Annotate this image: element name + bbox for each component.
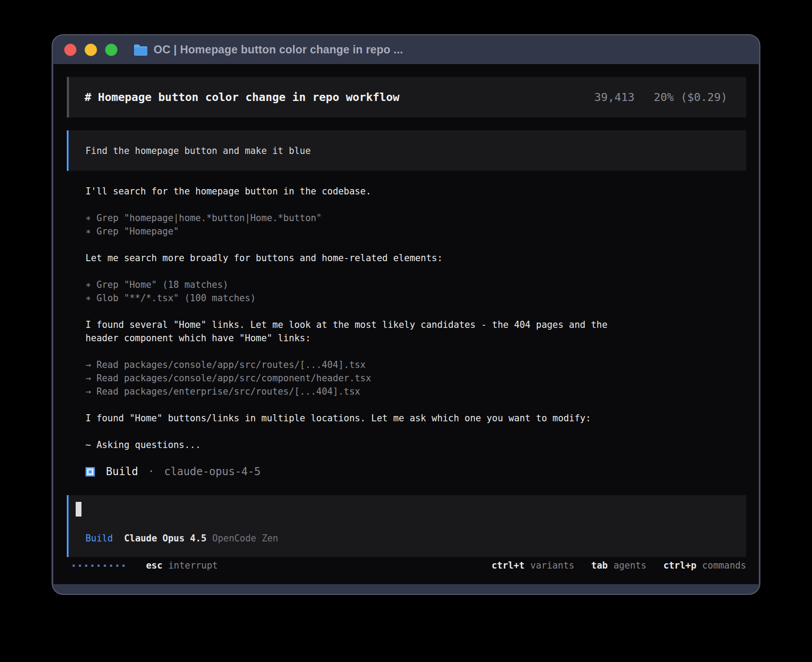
agent-selector[interactable]: Build xyxy=(85,533,113,544)
prompt-input[interactable]: Build Claude Opus 4.5 OpenCode Zen xyxy=(67,495,746,557)
session-usage: 39,413 20% ($0.29) xyxy=(594,91,727,104)
model-provider: OpenCode Zen xyxy=(212,533,278,544)
tool-call-glob: ∗ Glob "**/*.tsx" (100 matches) xyxy=(85,291,634,305)
ctrl-p-key: ctrl+p xyxy=(663,560,696,571)
token-count: 39,413 xyxy=(594,91,634,104)
interrupt-hint: esc interrupt xyxy=(146,560,218,571)
agents-label: agents xyxy=(613,560,646,571)
agent-name: Build xyxy=(106,465,138,478)
app-window: OC | Homepage button color change in rep… xyxy=(52,34,760,595)
session-title: # Homepage button color change in repo w… xyxy=(85,91,399,104)
window-titlebar[interactable]: OC | Homepage button color change in rep… xyxy=(53,35,759,64)
terminal-screen[interactable]: # Homepage button color change in repo w… xyxy=(53,64,759,584)
tool-call-read: → Read packages/enterprise/src/routes/[.… xyxy=(85,385,634,398)
agent-status-line: Build · claude-opus-4-5 xyxy=(85,465,634,478)
assistant-text: Let me search more broadly for buttons a… xyxy=(85,251,634,265)
separator-dot: · xyxy=(148,465,154,478)
text-cursor xyxy=(76,502,81,517)
tool-call-read: → Read packages/console/app/src/componen… xyxy=(85,371,634,385)
tool-call-grep: ∗ Grep "Home" (18 matches) xyxy=(85,278,634,291)
agents-hint: tab agents xyxy=(591,560,646,571)
assistant-text: I'll search for the homepage button in t… xyxy=(85,185,634,198)
session-header: # Homepage button color change in repo w… xyxy=(67,77,746,117)
assistant-text: I found several "Home" links. Let me loo… xyxy=(85,318,634,345)
user-message: Find the homepage button and make it blu… xyxy=(67,130,746,171)
window-title: OC | Homepage button color change in rep… xyxy=(154,43,403,56)
agent-build-icon xyxy=(85,467,95,476)
commands-hint: ctrl+p commands xyxy=(663,560,746,571)
conversation: I'll search for the homepage button in t… xyxy=(85,185,634,478)
interrupt-label: interrupt xyxy=(168,560,218,571)
commands-label: commands xyxy=(702,560,746,571)
traffic-lights xyxy=(64,44,118,56)
variants-label: variants xyxy=(530,560,574,571)
status-bar: esc interrupt ctrl+t variants tab agents… xyxy=(67,559,746,572)
close-button[interactable] xyxy=(64,44,77,56)
esc-key: esc xyxy=(146,560,162,571)
tool-call-grep: ∗ Grep "Homepage" xyxy=(85,225,634,238)
tab-key: tab xyxy=(591,560,608,571)
model-name: claude-opus-4-5 xyxy=(164,465,261,478)
minimize-button[interactable] xyxy=(85,44,97,56)
prompt-meta: Build Claude Opus 4.5 OpenCode Zen xyxy=(85,533,278,544)
variants-hint: ctrl+t variants xyxy=(491,560,574,571)
keyboard-hints: ctrl+t variants tab agents ctrl+p comman… xyxy=(491,560,746,571)
tool-call-read: → Read packages/console/app/src/routes/[… xyxy=(85,358,634,371)
active-model: Claude Opus 4.5 xyxy=(124,533,207,544)
folder-icon xyxy=(133,44,148,56)
maximize-button[interactable] xyxy=(105,44,118,56)
assistant-status-text: ~ Asking questions... xyxy=(85,438,634,452)
ctrl-t-key: ctrl+t xyxy=(491,560,524,571)
user-message-text: Find the homepage button and make it blu… xyxy=(85,145,311,156)
spinner-dots xyxy=(73,565,125,567)
context-usage: 20% ($0.29) xyxy=(654,91,727,104)
tool-call-grep: ∗ Grep "homepage|home.*button|Home.*butt… xyxy=(85,211,634,225)
assistant-text: I found "Home" buttons/links in multiple… xyxy=(85,412,634,425)
